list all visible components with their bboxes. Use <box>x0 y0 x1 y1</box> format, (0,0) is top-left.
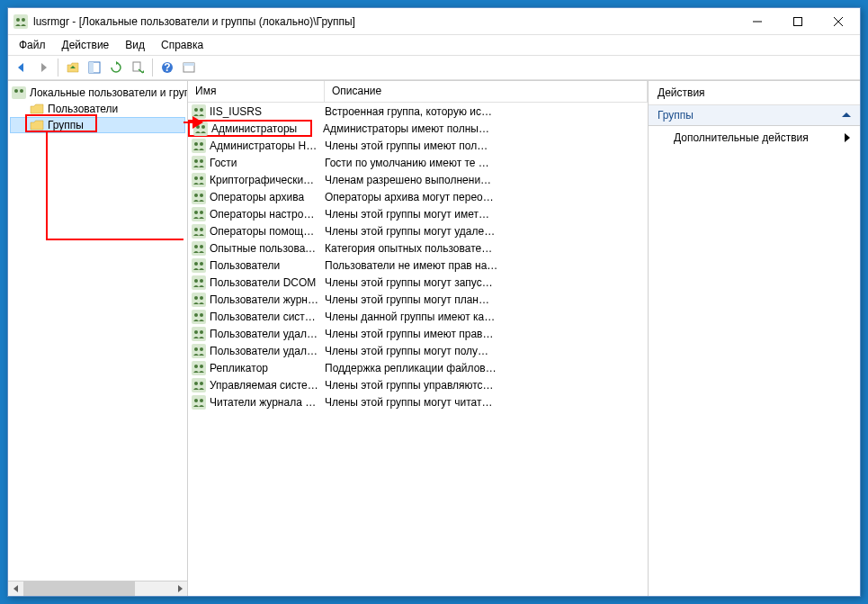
svg-point-18 <box>194 108 198 112</box>
list-cell-name: Управляемая систем… <box>210 379 325 392</box>
list-row[interactable]: IIS_IUSRSВстроенная группа, которую ис… <box>188 103 648 120</box>
scroll-left-icon[interactable] <box>8 581 23 596</box>
annotation-highlight-row: Администраторы <box>188 120 312 137</box>
list-row[interactable]: Пользователи удале…Члены этой группы мог… <box>188 342 648 359</box>
tree-users[interactable]: Пользователи <box>10 101 185 117</box>
svg-point-49 <box>200 279 203 283</box>
svg-point-36 <box>194 211 198 214</box>
svg-point-22 <box>201 125 205 129</box>
svg-rect-50 <box>192 293 206 307</box>
svg-rect-53 <box>192 310 206 324</box>
list-row[interactable]: АдминистраторыАдминистраторы имеют полны… <box>188 120 648 137</box>
list-row[interactable]: РепликаторПоддержка репликации файлов… <box>188 359 648 376</box>
svg-point-19 <box>200 108 203 112</box>
svg-point-69 <box>194 399 198 402</box>
folder-icon <box>30 103 44 115</box>
scroll-right-icon[interactable] <box>172 581 187 596</box>
help-icon[interactable]: ? <box>157 58 177 77</box>
list-cell-desc: Членам разрешено выполнени… <box>325 174 648 186</box>
svg-point-37 <box>200 211 203 214</box>
tree-scrollbar[interactable] <box>8 581 187 596</box>
list-row[interactable]: Пользователи систе…Члены данной группы и… <box>188 308 648 325</box>
svg-point-28 <box>200 159 203 163</box>
group-icon <box>12 86 26 99</box>
svg-point-34 <box>200 194 203 197</box>
list-cell-name: Опытные пользовате… <box>210 242 325 255</box>
col-name-header[interactable]: Имя <box>188 81 325 102</box>
close-button[interactable] <box>818 9 858 34</box>
list-cell-desc: Пользователи не имеют прав на… <box>325 259 648 272</box>
list-row[interactable]: Криптографические …Членам разрешено выпо… <box>188 171 648 188</box>
list-row[interactable]: Пользователи DCOMЧлены этой группы могут… <box>188 274 648 291</box>
list-row[interactable]: Пользователи удале…Члены этой группы име… <box>188 325 648 342</box>
group-icon <box>192 275 206 290</box>
actions-group-label: Группы <box>658 109 694 122</box>
svg-point-60 <box>194 347 198 351</box>
tree-groups[interactable]: Группы <box>10 117 185 133</box>
list-row[interactable]: Пользователи журна…Члены этой группы мог… <box>188 291 648 308</box>
list-cell-desc: Члены этой группы могут запуc… <box>325 276 648 289</box>
tree-panel: Локальные пользователи и группы Пользова… <box>8 81 188 596</box>
svg-point-15 <box>14 89 18 93</box>
svg-rect-4 <box>793 17 801 25</box>
scroll-thumb[interactable] <box>23 581 135 596</box>
scroll-track[interactable] <box>23 581 172 596</box>
svg-rect-35 <box>192 207 206 221</box>
list-cell-desc: Операторы архива могут перео… <box>325 191 648 203</box>
svg-point-57 <box>194 330 198 334</box>
menu-file[interactable]: Файл <box>12 37 53 53</box>
back-button[interactable] <box>12 58 31 77</box>
app-window: lusrmgr - [Локальные пользователи и груп… <box>7 7 861 597</box>
list-row[interactable]: Администраторы Hy…Члены этой группы имею… <box>188 137 648 154</box>
folder-icon <box>30 119 44 131</box>
svg-point-52 <box>200 296 203 300</box>
group-icon <box>192 344 206 358</box>
properties-icon[interactable] <box>179 58 199 77</box>
export-list-icon[interactable] <box>128 58 148 77</box>
forward-button[interactable] <box>33 58 53 77</box>
group-icon <box>192 156 206 170</box>
svg-point-1 <box>16 18 20 22</box>
show-hide-tree-icon[interactable] <box>85 58 104 77</box>
svg-rect-44 <box>192 258 206 273</box>
list-row[interactable]: ПользователиПользователи не имеют прав н… <box>188 257 648 274</box>
svg-point-45 <box>194 262 198 266</box>
up-folder-icon[interactable] <box>63 58 83 77</box>
menu-view[interactable]: Вид <box>118 37 152 53</box>
annotation-line <box>46 132 48 240</box>
list-cell-desc: Члены этой группы могут удале… <box>325 225 648 238</box>
list-row[interactable]: ГостиГости по умолчанию имеют те … <box>188 154 648 171</box>
group-icon <box>192 224 206 239</box>
list-header: Имя Описание <box>188 81 648 103</box>
list-row[interactable]: Операторы архиваОператоры архива могут п… <box>188 188 648 205</box>
list-row[interactable]: Операторы настройк…Члены этой группы мог… <box>188 205 648 222</box>
minimize-button[interactable] <box>737 9 777 34</box>
group-icon <box>192 104 206 119</box>
list-cell-desc: Члены данной группы имеют ка… <box>325 311 648 323</box>
svg-point-30 <box>194 176 198 180</box>
actions-more[interactable]: Дополнительные действия <box>649 126 860 149</box>
svg-rect-65 <box>192 378 206 392</box>
list-row[interactable]: Операторы помощи …Члены этой группы могу… <box>188 222 648 239</box>
svg-point-31 <box>200 176 203 180</box>
group-icon <box>192 190 206 204</box>
list-cell-name: Пользователи DCOM <box>210 276 325 289</box>
svg-point-51 <box>194 296 198 300</box>
window-controls <box>737 9 858 34</box>
actions-panel: Действия Группы Дополнительные действия <box>649 81 860 596</box>
body-area: Локальные пользователи и группы Пользова… <box>8 80 860 596</box>
svg-rect-62 <box>192 361 206 375</box>
list-row[interactable]: Читатели журнала с…Члены этой группы мог… <box>188 393 648 410</box>
refresh-icon[interactable] <box>106 58 126 77</box>
actions-group-heading[interactable]: Группы <box>649 105 860 126</box>
menu-help[interactable]: Справка <box>154 37 210 53</box>
menu-action[interactable]: Действие <box>55 37 117 53</box>
group-icon <box>192 361 206 375</box>
list-row[interactable]: Управляемая систем…Члены этой группы упр… <box>188 376 648 393</box>
tree-root[interactable]: Локальные пользователи и группы <box>10 85 185 101</box>
actions-header: Действия <box>649 81 860 105</box>
col-desc-header[interactable]: Описание <box>325 81 648 102</box>
maximize-button[interactable] <box>777 9 818 34</box>
svg-rect-26 <box>192 156 206 170</box>
list-row[interactable]: Опытные пользовате…Категория опытных пол… <box>188 239 648 257</box>
